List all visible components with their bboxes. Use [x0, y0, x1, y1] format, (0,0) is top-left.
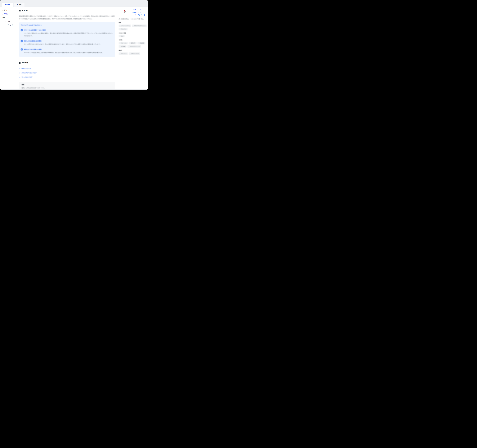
link-company-site[interactable]: 企業サイト	[132, 9, 145, 11]
tag-pill: グローバル	[119, 42, 128, 44]
advisor-box-title: アドバイザーのおすすめポイント	[21, 24, 113, 26]
employees-label: 社員数	[121, 18, 125, 20]
job-accordion-web-engineer[interactable]: Webエンジニア	[19, 68, 115, 70]
link-recruit-site[interactable]: 採用サイト	[132, 12, 145, 13]
chevron-down-icon	[19, 68, 20, 69]
tab-company-info[interactable]: 企業情報	[2, 3, 13, 6]
business-section-title: 事業内容	[22, 10, 28, 12]
engineers-value: 50人	[141, 18, 143, 20]
tag-pill: ITコンサル	[119, 28, 128, 30]
tag-pill: 新規事業	[137, 42, 145, 44]
tab-label: 企業情報	[5, 4, 11, 6]
job-accordion-mobile-engineer[interactable]: スマホアプリエンジニア	[19, 72, 115, 74]
company-summary-sidebar: LOCAL INNOVATION 企業サイト 採用サイト	[115, 6, 148, 89]
thumbs-up-icon	[21, 48, 23, 51]
tag-pill: リモートワーク	[129, 52, 140, 55]
external-link-icon	[140, 12, 141, 13]
external-link-icon	[140, 9, 141, 11]
advisor-recommend-box: アドバイザーのおすすめポイント グローバルな多国籍チームとの連携 ベトナムなど海…	[19, 22, 115, 57]
company-logo-mark	[123, 10, 126, 13]
tag-pill: Webアプリケーション	[132, 25, 147, 27]
engineers-label: エンジニア人数	[131, 18, 140, 20]
tag-icon	[130, 43, 131, 44]
tag-icon	[119, 25, 120, 26]
company-logo: LOCAL INNOVATION	[119, 9, 131, 15]
external-links: 企業サイト 採用サイト エンジニアブログ	[132, 9, 145, 16]
tag-icon	[119, 43, 120, 44]
nav-item-from-advisor[interactable]: アドバイザーより	[2, 24, 17, 26]
main-column: 事業内容 客観的事実(業界や事業について)を簡潔に紹介。つづけて、特徴(ベンチャ…	[17, 6, 115, 89]
business-intro-text: 客観的事実(業界や事業について)を簡潔に紹介。つづけて、特徴(ベンチャー、大手、…	[19, 15, 115, 20]
people-icon	[119, 18, 120, 20]
job-title: Webエンジニア	[22, 68, 31, 70]
tag-group-workstyle: 働き方 フレックス リモートワーク	[119, 50, 146, 55]
link-label: 企業サイト	[132, 9, 139, 11]
job-accordion-server-engineer[interactable]: サーバエンジニア	[19, 76, 115, 78]
tag-group-label: 業界	[119, 22, 146, 23]
tag-pill: BtoC	[119, 35, 125, 37]
link-label: 採用サイト	[132, 12, 139, 13]
tag-group-business-domain: ビジネス領域 BtoC	[119, 32, 146, 37]
tag-icon	[119, 46, 120, 47]
tab-testimonials[interactable]: 体験談	[14, 3, 25, 6]
tag-pill: 業界大手	[129, 42, 137, 44]
nav-item-jobs[interactable]: 募集職種	[2, 13, 17, 15]
thumbs-up-icon	[21, 40, 23, 42]
tag-pill: ディープラーニング	[127, 45, 141, 48]
link-engineer-blog[interactable]: エンジニアブログ	[132, 14, 145, 16]
section-nav: 事業内容 募集職種 待遇 求める人物像 アドバイザーより	[0, 6, 17, 89]
advisor-point-title: 安定した売上基盤と成長環境	[24, 40, 42, 42]
document-icon	[19, 62, 21, 64]
advisor-point: グローバルな多国籍チームとの連携 ベトナムなど海外のチームと密接に連携し、国を超…	[21, 29, 113, 37]
nav-item-benefits[interactable]: 待遇	[2, 17, 17, 18]
employees-value: 200人	[125, 18, 129, 20]
screenshot-root: 企業情報 体験談 事業内容 募集職種 待遇 求める人物像 アドバイザーより	[0, 0, 148, 90]
job-title: スマホアプリエンジニア	[22, 72, 37, 74]
building-icon	[19, 10, 21, 12]
advisor-point-body: マーケティング支援に特化した多角的な事業展開で、他にはない経験が得られます。新し…	[24, 51, 114, 54]
link-label: エンジニアブログ	[132, 14, 143, 16]
tag-group-other: その他 グローバル 業界大手 新規事業 人工知能 ディープラーニング	[119, 39, 146, 48]
tab-bar: 企業情報 体験談	[0, 0, 148, 6]
headcount-stats: 社員数 200人 エンジニア人数 50人	[119, 18, 146, 20]
advisor-point: 安定した売上基盤と成長環境 ストック型ビジネスモデルにより、売上の安定性が確保さ…	[21, 40, 113, 46]
advisor-point-title: 多様なビジネス領域への挑戦	[24, 49, 42, 50]
job-detail-panel: 概要 国内シェアNo.1のWebサービス「〇〇」 自社開発の収益物件ポータルサイ…	[19, 81, 115, 89]
tag-icon	[130, 53, 131, 54]
advisor-point: 多様なビジネス領域への挑戦 マーケティング支援に特化した多角的な事業展開で、他に…	[21, 48, 113, 54]
advisor-point-title: グローバルな多国籍チームとの連携	[24, 29, 46, 31]
advisor-point-body: ストック型ビジネスモデルにより、売上の安定性が確保されています。新卒エンジニアで…	[24, 43, 114, 46]
job-detail-line: 国内シェアNo.1のWebサービス「〇〇」	[22, 87, 111, 89]
content-card: 事業内容 募集職種 待遇 求める人物像 アドバイザーより	[0, 6, 148, 89]
app-window: 企業情報 体験談 事業内容 募集職種 待遇 求める人物像 アドバイザーより	[0, 0, 148, 90]
company-logo-caption: LOCAL INNOVATION	[121, 13, 129, 14]
job-title: サーバエンジニア	[22, 76, 32, 78]
tag-group-label: 働き方	[119, 50, 146, 51]
chevron-down-icon	[19, 72, 20, 74]
jobs-section-title: 募集職種	[22, 62, 28, 64]
tab-label: 体験談	[17, 4, 22, 6]
tag-icon	[133, 25, 134, 26]
advisor-point-body: ベトナムなど海外のチームと密接に連携し、国を超えた協力体制で開発を進めます。多様…	[24, 32, 114, 37]
nav-item-business[interactable]: 事業内容	[2, 10, 17, 11]
external-link-icon	[144, 14, 145, 16]
job-detail-overview-heading: 概要	[22, 84, 113, 86]
chevron-up-icon	[19, 77, 20, 78]
tag-icon	[128, 46, 129, 47]
tag-pill: 人工知能	[119, 45, 126, 48]
tag-group-label: ビジネス領域	[119, 32, 146, 34]
jobs-section: 募集職種 Webエンジニア スマホアプリエンジニア	[19, 62, 115, 89]
tag-icon	[119, 53, 120, 54]
tag-icon	[119, 36, 120, 37]
tag-group-label: その他	[119, 39, 146, 41]
business-section-header: 事業内容	[19, 10, 115, 12]
tag-icon	[119, 29, 120, 29]
tag-pill: フレックス	[119, 52, 128, 55]
nav-item-ideal-candidate[interactable]: 求める人物像	[2, 21, 17, 22]
jobs-section-header: 募集職種	[19, 62, 115, 64]
thumbs-up-icon	[21, 29, 23, 31]
tag-icon	[138, 43, 139, 44]
tag-pill: ソーシャルゲーム	[119, 25, 131, 27]
tag-group-industry: 業界 ソーシャルゲーム Webアプリケーション ITコンサル	[119, 22, 146, 30]
